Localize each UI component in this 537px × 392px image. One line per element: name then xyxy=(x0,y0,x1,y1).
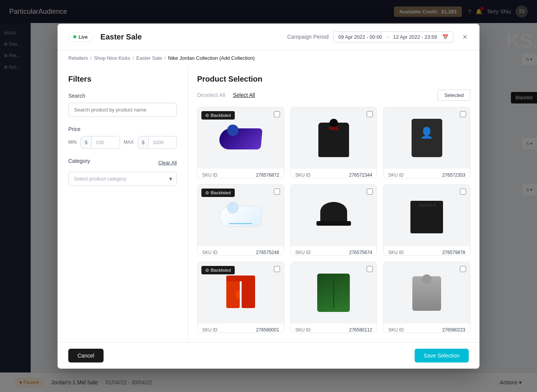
sku-value: 276575248 xyxy=(256,250,279,255)
blacklisted-badge: Blacklisted xyxy=(201,266,235,274)
product-checkbox[interactable] xyxy=(367,111,373,117)
product-image xyxy=(291,262,377,323)
product-checkbox[interactable] xyxy=(274,111,280,117)
product-info: SKU ID 276580112 Category Jacket Price $… xyxy=(291,323,377,333)
product-image-area xyxy=(384,262,470,323)
product-checkbox[interactable] xyxy=(274,266,280,272)
search-input[interactable] xyxy=(68,103,177,117)
calendar-icon[interactable]: 📅 xyxy=(442,34,448,40)
category-label: Category xyxy=(68,158,90,164)
product-image xyxy=(384,262,470,323)
product-image-area xyxy=(291,185,377,246)
product-checkbox[interactable] xyxy=(367,266,373,272)
save-selection-button[interactable]: Save Selection xyxy=(415,349,469,362)
product-info: SKU ID 276575674 Category Hat Price $30.… xyxy=(291,246,377,256)
select-all-button[interactable]: Select All xyxy=(233,92,255,98)
max-price-input[interactable] xyxy=(149,136,176,148)
product-image-area: Blacklisted xyxy=(198,262,284,323)
sku-key: SKU ID xyxy=(388,250,404,255)
status-dot xyxy=(73,35,76,38)
sku-value: 276580223 xyxy=(442,327,465,333)
clear-all-button[interactable]: Clear All xyxy=(158,160,177,166)
select-controls: Deselect All Select All xyxy=(197,92,255,98)
product-card: NIKE SKU ID 276572344 Category Hoodie Pr… xyxy=(290,107,377,178)
product-panel: Product Selection Deselect All Select Al… xyxy=(188,66,479,342)
product-controls: Deselect All Select All Selected xyxy=(197,90,470,101)
product-image-area xyxy=(291,262,377,323)
product-image-area: NIKE xyxy=(291,107,377,169)
product-info-row-sku: SKU ID 276576872 xyxy=(202,172,279,178)
product-grid: Blacklisted SKU ID 276576872 Category Li… xyxy=(188,107,479,342)
min-price-input[interactable] xyxy=(92,136,119,148)
period-label: Campaign Period xyxy=(287,34,329,40)
filters-title: Filters xyxy=(68,75,177,84)
product-checkbox[interactable] xyxy=(460,189,466,195)
product-checkbox[interactable] xyxy=(460,111,466,117)
product-card: Blacklisted SKU ID 276580001 Category Sh… xyxy=(197,262,284,333)
product-image-area: Just Do It xyxy=(384,185,470,246)
product-image-area: Blacklisted xyxy=(198,185,284,246)
sku-value: 276580001 xyxy=(256,327,279,333)
arrow-icon: → xyxy=(385,34,390,40)
product-info-row-sku: SKU ID 276579878 xyxy=(388,250,465,255)
category-header: Category Clear All xyxy=(68,158,177,168)
date-range-input[interactable]: 09 Apr 2022 - 00:00 → 12 Apr 2022 - 23:5… xyxy=(333,31,453,43)
filter-category-section: Category Clear All Select product catego… xyxy=(68,158,177,186)
cancel-button[interactable]: Cancel xyxy=(68,349,104,362)
sku-key: SKU ID xyxy=(295,172,311,178)
product-info-row-sku: SKU ID 276575674 xyxy=(295,250,372,255)
breadcrumb-campaign[interactable]: Easter Sale xyxy=(136,55,162,61)
product-image: 👤 xyxy=(384,107,470,169)
product-card: SKU ID 276580223 Category Vest Price $75… xyxy=(383,262,470,333)
sku-value: 276580112 xyxy=(349,327,372,333)
category-select[interactable]: Select product category xyxy=(68,172,177,186)
product-info-row-sku: SKU ID 276580001 xyxy=(202,327,279,333)
product-image xyxy=(291,185,377,246)
modal-body: Filters Search Price MIN $ xyxy=(58,66,479,342)
breadcrumb-current: Nike Jordan Collection (Add Collection) xyxy=(168,55,255,61)
product-checkbox[interactable] xyxy=(460,266,466,272)
product-info: SKU ID 276580223 Category Vest Price $75… xyxy=(384,323,470,333)
product-card: SKU ID 276575674 Category Hat Price $30.… xyxy=(290,184,377,256)
breadcrumb-shop[interactable]: Shop Nice Kicks xyxy=(94,55,130,61)
product-selection-modal: Live Easter Sale Campaign Period 09 Apr … xyxy=(58,24,479,369)
sku-key: SKU ID xyxy=(388,172,404,178)
product-card: Blacklisted SKU ID 276576872 Category Li… xyxy=(197,107,284,178)
sku-value: 276576872 xyxy=(256,172,279,178)
sku-key: SKU ID xyxy=(202,250,217,255)
sku-value: 276579878 xyxy=(442,250,465,255)
product-info-row-sku: SKU ID 276572344 xyxy=(295,172,372,178)
close-button[interactable]: × xyxy=(461,31,469,42)
category-select-wrapper: Select product category xyxy=(68,172,177,186)
price-row: MIN $ MAX $ xyxy=(68,136,177,149)
breadcrumb-sep-2: / xyxy=(133,55,134,61)
breadcrumb-sep-1: / xyxy=(90,55,92,61)
max-price-wrapper: $ xyxy=(138,136,177,149)
product-image: Just Do It xyxy=(384,185,470,246)
product-info: SKU ID 276576872 Category Lifestyle Pric… xyxy=(198,169,284,178)
sku-value: 276572353 xyxy=(442,172,465,178)
modal-header: Live Easter Sale Campaign Period 09 Apr … xyxy=(58,24,479,51)
sku-key: SKU ID xyxy=(295,327,311,333)
product-checkbox[interactable] xyxy=(367,189,373,195)
product-panel-title: Product Selection xyxy=(197,75,470,84)
product-image-area: Blacklisted xyxy=(198,107,284,169)
deselect-all-button[interactable]: Deselect All xyxy=(197,92,225,98)
product-card: Blacklisted SKU ID 276575248 Category Ba… xyxy=(197,184,284,256)
breadcrumb-retailers[interactable]: Retailers xyxy=(68,55,88,61)
product-info: SKU ID 276572344 Category Hoodie Price $… xyxy=(291,169,377,178)
search-label: Search xyxy=(68,93,177,99)
product-panel-header: Product Selection Deselect All Select Al… xyxy=(188,66,479,107)
sku-key: SKU ID xyxy=(295,250,311,255)
breadcrumb: Retailers / Shop Nice Kicks / Easter Sal… xyxy=(58,51,479,66)
campaign-title: Easter Sale xyxy=(100,33,142,41)
product-info-row-sku: SKU ID 276575248 xyxy=(202,250,279,255)
product-checkbox[interactable] xyxy=(274,189,280,195)
product-info: SKU ID 276572353 Category Long Sleeve Pr… xyxy=(384,169,470,178)
filter-search-section: Search xyxy=(68,93,177,117)
max-symbol: $ xyxy=(138,136,149,148)
selected-filter-button[interactable]: Selected xyxy=(438,90,470,101)
modal-overlay: Live Easter Sale Campaign Period 09 Apr … xyxy=(0,0,537,392)
date-end: 12 Apr 2022 - 23:59 xyxy=(393,34,437,40)
filter-price-section: Price MIN $ MAX $ xyxy=(68,126,177,149)
